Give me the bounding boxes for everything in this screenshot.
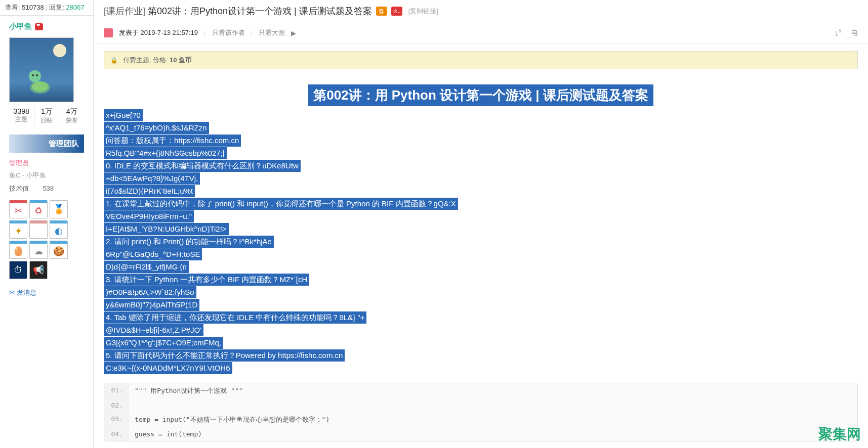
moon-icon (53, 44, 66, 57)
send-message-link[interactable]: 发消息 (0, 283, 93, 302)
post-date: 发表于 2019-7-13 21:57:19 (119, 28, 198, 37)
author-icon (104, 28, 113, 37)
badge-icon[interactable] (9, 200, 27, 218)
svg-point-4 (36, 74, 38, 76)
stat-replies[interactable]: 1万 回帖 (34, 107, 60, 125)
content-line: +db<5EAwPq?8}%Jg(4TVj, (104, 172, 200, 185)
badge-icon[interactable] (29, 200, 48, 218)
code-row: 01.""" 用Python设计第一个游戏 """ (104, 383, 857, 398)
content-line: D)d{@=rFi2l$_ytfjMG (n (104, 261, 189, 273)
content-line: 4. Tab 键除了用于缩进，你还发现它在 IDLE 中有什么特殊的功能吗？9L… (104, 311, 366, 324)
post-main: [课后作业] 第002讲：用Python设计第一个游戏 | 课后测试题及答案 春… (94, 0, 868, 448)
copy-link[interactable]: [复制链接] (408, 7, 438, 16)
content-line: @IVD&$H~eb[i|-6x!,Z.P#JO' (104, 324, 203, 336)
code-row: 04.guess = int(temp) (104, 427, 857, 441)
tag-hot-icon: 火.. (391, 7, 402, 16)
paid-notice: 付费主题, 价格: 10 鱼币 (104, 51, 858, 69)
team-banner[interactable]: 管理团队 (9, 135, 84, 153)
stat-topics[interactable]: 3398 主题 (9, 107, 34, 125)
badge-icon[interactable] (9, 220, 27, 239)
user-stats: 3398 主题 1万 回帖 4万 荣誉 (0, 102, 93, 130)
line-number: 02. (104, 398, 129, 412)
badge-icon[interactable] (29, 220, 48, 239)
thread-title: [课后作业] 第002讲：用Python设计第一个游戏 | 课后测试题及答案 (104, 5, 372, 17)
user-sub-role: 鱼C - 小甲鱼 (0, 170, 93, 181)
content-line: 1. 在课堂上敲过的代码中，除了 print() 和 input()，你觉得还有… (104, 198, 458, 210)
svg-point-3 (32, 74, 34, 76)
code-text (129, 398, 141, 412)
heart-icon (35, 23, 43, 30)
content-line: VEOve4P9HIyo8iFrm~u." (104, 210, 194, 222)
content-heading: 第002讲：用 Python 设计第一个游戏 | 课后测试题及答案 (308, 84, 653, 106)
user-role: 管理员 (0, 157, 93, 170)
badge-icon[interactable] (9, 241, 27, 259)
tech-value-row: 技术值 538 (0, 181, 93, 196)
avatar[interactable] (9, 37, 74, 102)
badge-icon[interactable] (9, 261, 27, 279)
content-line: 3. 请统计一下 Python 一共有多少个 BIF 内置函数？MZ*`[cH (104, 274, 309, 286)
user-sidebar: 查看: 510738 | 回复: 28067 小甲鱼 3398 主题 1万 回帖 (0, 0, 94, 448)
svg-point-1 (32, 81, 48, 92)
content-line: R5fq.QB'''4#x+(j8NhSGcsbp%027;| (104, 147, 227, 159)
badge-icon[interactable] (29, 241, 48, 259)
content-line: x+jGue[?0 (104, 109, 143, 121)
only-author-link[interactable]: 只看该作者 (212, 28, 245, 37)
view-reply-bar: 查看: 510738 | 回复: 28067 (0, 0, 93, 16)
reply-label: 回复: (49, 4, 64, 11)
turtle-icon (25, 66, 55, 97)
badge-icon[interactable] (50, 220, 68, 239)
code-row: 03.temp = input("不妨猜一下小甲鱼现在心里想的是哪个数字：") (104, 412, 857, 427)
content-line: 6Rp"@LGaQds_^D+H:toSE (104, 248, 202, 260)
badge-icon[interactable] (29, 261, 48, 279)
line-number: 04. (104, 427, 129, 441)
view-label: 查看: (5, 4, 20, 11)
code-text: temp = input("不妨猜一下小甲鱼现在心里想的是哪个数字：") (129, 412, 336, 427)
post-content: 第002讲：用 Python 设计第一个游戏 | 课后测试题及答案 x+jGue… (94, 76, 868, 448)
reply-count: 28067 (66, 4, 85, 11)
content-line: )#O0F&!p6A,>W`82:fyhSo (104, 286, 196, 298)
badge-grid (0, 196, 93, 283)
content-line: 2. 请问 print() 和 Print() 的功能一样吗？I^Bk*hjAe (104, 236, 274, 248)
line-number: 03. (104, 412, 129, 427)
elec-label[interactable]: 电 (851, 28, 858, 37)
badge-icon[interactable] (50, 200, 68, 218)
content-line: y&6wmB0}"7)4pAlTh5P(1D (104, 299, 199, 311)
content-line: I+E[At$M_'YB?N:UdGHbk^nD)Ti2!> (104, 223, 229, 235)
chevron-right-icon[interactable]: ▶ (291, 29, 296, 37)
content-line: C:e3K~{(x-0NADdM*LX7nY9l.VtOH6 (104, 362, 232, 374)
content-line: 0. IDLE 的交互模式和编辑器模式有什么区别？uDKe8Utw (104, 160, 301, 172)
username-link[interactable]: 小甲鱼 (9, 22, 32, 30)
post-meta-bar: 发表于 2019-7-13 21:57:19 | 只看该作者 | 只看大图 ▶ … (94, 22, 868, 44)
code-text: guess = int(temp) (129, 427, 208, 441)
code-text: """ 用Python设计第一个游戏 """ (129, 383, 249, 398)
big-image-link[interactable]: 只看大图 (259, 28, 285, 37)
content-line: 问答题：版权属于：https://fishc.com.cn (104, 135, 241, 147)
content-line: ^x'AQ1_t76=ybO)h,$sJ&RZzn (104, 122, 209, 134)
line-number: 01. (104, 383, 129, 398)
content-line: G3|{x6"Q1*^g':]$7C+O9E;emFMq, (104, 337, 223, 349)
thread-header: [课后作业] 第002讲：用Python设计第一个游戏 | 课后测试题及答案 春… (94, 0, 868, 22)
stat-honor[interactable]: 4万 荣誉 (59, 107, 84, 125)
code-block: 01.""" 用Python设计第一个游戏 """02.03.temp = in… (104, 383, 858, 441)
content-line: 5. 请问下面代码为什么不能正常执行？Powered by https://fi… (104, 349, 345, 362)
badge-icon[interactable] (50, 241, 68, 259)
code-row: 02. (104, 398, 857, 412)
content-line: i(7o$slZD){PRrK'8eIL;u%t (104, 185, 195, 197)
floor-number[interactable]: 1# (835, 29, 841, 37)
content-body: x+jGue[?0^x'AQ1_t76=ybO)h,$sJ&RZzn问答题：版权… (104, 109, 858, 375)
tag-spring-icon: 春 (376, 7, 387, 16)
svg-point-2 (29, 70, 41, 82)
view-count: 510738 (22, 4, 44, 11)
